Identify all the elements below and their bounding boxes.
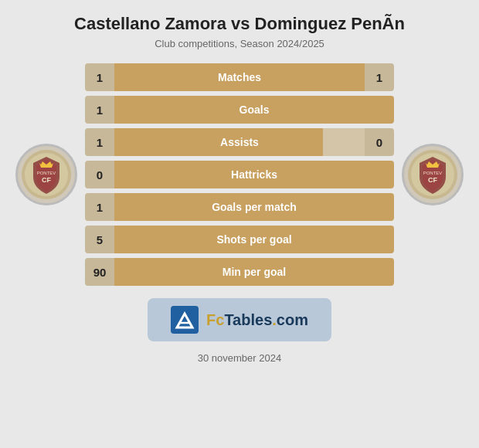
svg-text:CF: CF [428,176,437,184]
stat-row: 1Goals [85,96,394,124]
fc-text: Fc [206,311,224,328]
stat-row: 1Assists0 [85,128,394,156]
stat-bar: Goals [114,96,394,124]
stat-bar: Min per goal [114,258,394,286]
fctables-text: FcTables.com [206,311,308,329]
footer-date: 30 november 2024 [198,352,281,364]
stat-right-value: 0 [365,128,394,156]
competition-subtitle: Club competitions, Season 2024/2025 [15,38,464,49]
tables-text: Tables [224,311,272,328]
stat-row: 1Matches1 [85,63,394,91]
stat-right-value: 1 [365,63,394,91]
com-text: com [277,311,308,328]
fctables-banner[interactable]: FcTables.com [148,298,331,341]
svg-text:PONTEV: PONTEV [37,171,56,175]
logo-left: CF PONTEV [8,144,85,205]
header: Castellano Zamora vs Dominguez PenÃn Clu… [0,0,479,56]
stat-row: 0Hattricks [85,161,394,188]
assists-bar-filled [114,128,323,156]
team-logo-right: CF PONTEV [402,144,464,205]
fctables-icon [171,306,199,334]
team-logo-left: CF PONTEV [15,144,77,205]
stat-bar: Matches [114,63,365,91]
main-area: CF PONTEV 1Matches11Goals1Assists00Hattr… [0,56,479,286]
stat-left-value: 90 [85,258,114,286]
svg-text:CF: CF [42,176,51,184]
stat-left-value: 1 [85,96,114,124]
svg-text:PONTEV: PONTEV [423,171,443,175]
page-container: Castellano Zamora vs Dominguez PenÃn Clu… [0,0,479,448]
assists-bar-empty [323,128,365,156]
stat-bar: Goals per match [114,193,394,221]
stat-left-value: 0 [85,161,114,188]
svg-rect-8 [171,306,199,334]
stat-row: 5Shots per goal [85,226,394,253]
stat-left-value: 1 [85,128,114,156]
stat-left-value: 5 [85,226,114,253]
logo-right: CF PONTEV [394,144,471,205]
match-title: Castellano Zamora vs Dominguez PenÃn [15,14,464,34]
stat-row: 1Goals per match [85,193,394,221]
stats-area: 1Matches11Goals1Assists00Hattricks1Goals… [85,63,394,286]
stat-row: 90Min per goal [85,258,394,286]
stat-left-value: 1 [85,193,114,221]
stat-bar: Hattricks [114,161,394,188]
stat-bar: Shots per goal [114,226,394,253]
assists-bar: Assists [114,128,365,156]
stat-left-value: 1 [85,63,114,91]
